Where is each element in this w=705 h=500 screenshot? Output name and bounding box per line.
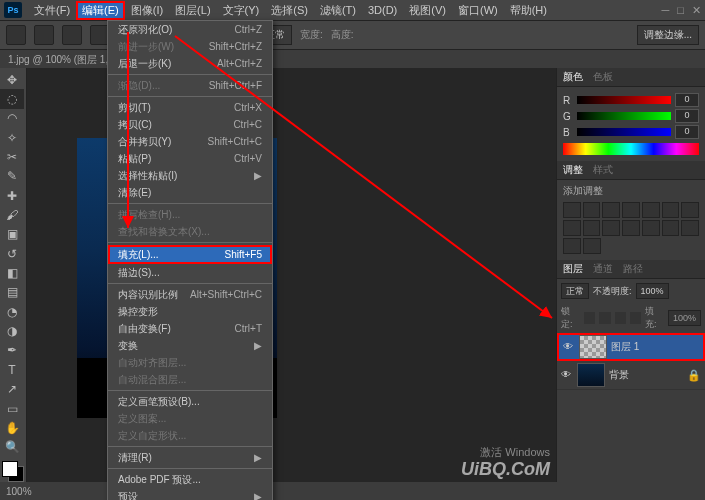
marquee-tool-icon[interactable]: ◌ [0,89,24,108]
menu-file[interactable]: 文件(F) [28,1,76,20]
maximize-icon[interactable]: □ [677,4,684,17]
menu-3d[interactable]: 3D(D) [362,2,403,18]
crop-tool-icon[interactable]: ✂ [0,147,24,166]
dodge-tool-icon[interactable]: ◑ [0,321,24,340]
zoom-tool-icon[interactable]: 🔍 [0,438,24,457]
gradient-tool-icon[interactable]: ▤ [0,283,24,302]
g-slider[interactable] [577,112,671,120]
b-value[interactable]: 0 [675,125,699,139]
type-tool-icon[interactable]: T [0,360,24,379]
adj-brightness-icon[interactable] [563,202,581,218]
menu-item[interactable]: 粘贴(P)Ctrl+V [108,150,272,167]
menu-item[interactable]: 选择性粘贴(I)▶ [108,167,272,184]
brush-tool-icon[interactable]: 🖌 [0,205,24,224]
menu-item[interactable]: 填充(L)...Shift+F5 [108,245,272,264]
adj-photo-icon[interactable] [583,220,601,236]
marquee-new-icon[interactable] [34,25,54,45]
menu-item[interactable]: Adobe PDF 预设... [108,471,272,488]
menu-filter[interactable]: 滤镜(T) [314,1,362,20]
menu-item[interactable]: 定义画笔预设(B)... [108,393,272,410]
wand-tool-icon[interactable]: ✧ [0,128,24,147]
menu-item[interactable]: 操控变形 [108,303,272,320]
history-brush-icon[interactable]: ↺ [0,244,24,263]
menu-item[interactable]: 还原羽化(O)Ctrl+Z [108,21,272,38]
minimize-icon[interactable]: ─ [662,4,670,17]
lock-pixels-icon[interactable] [599,312,610,324]
shape-tool-icon[interactable]: ▭ [0,399,24,418]
menu-item[interactable]: 预设▶ [108,488,272,500]
menu-item[interactable]: 自由变换(F)Ctrl+T [108,320,272,337]
menu-item[interactable]: 剪切(T)Ctrl+X [108,99,272,116]
pen-tool-icon[interactable]: ✒ [0,341,24,360]
menu-type[interactable]: 文字(Y) [217,1,266,20]
tab-layers[interactable]: 图层 [563,262,583,276]
menu-edit[interactable]: 编辑(E) [76,1,125,20]
adj-select-icon[interactable] [583,238,601,254]
eyedropper-tool-icon[interactable]: ✎ [0,167,24,186]
opacity-input[interactable]: 100% [636,283,669,299]
menu-layer[interactable]: 图层(L) [169,1,216,20]
menu-item[interactable]: 变换▶ [108,337,272,354]
tab-paths[interactable]: 路径 [623,262,643,276]
adj-vibrance-icon[interactable] [642,202,660,218]
adj-grad-icon[interactable] [563,238,581,254]
menu-item[interactable]: 清除(E) [108,184,272,201]
layer-name[interactable]: 图层 1 [611,340,639,354]
color-ramp[interactable] [563,143,699,155]
lasso-tool-icon[interactable]: ◠ [0,109,24,128]
menu-help[interactable]: 帮助(H) [504,1,553,20]
blend-mode-select[interactable]: 正常 [561,283,589,299]
adj-poster-icon[interactable] [662,220,680,236]
adj-balance-icon[interactable] [681,202,699,218]
adj-hue-icon[interactable] [662,202,680,218]
lock-all-icon[interactable] [630,312,641,324]
r-slider[interactable] [577,96,671,104]
adj-lookup-icon[interactable] [622,220,640,236]
menu-item[interactable]: 后退一步(K)Alt+Ctrl+Z [108,55,272,72]
layer-row-1[interactable]: 👁 图层 1 [557,333,705,361]
menu-select[interactable]: 选择(S) [265,1,314,20]
layer-name[interactable]: 背景 [609,368,629,382]
refine-edge-button[interactable]: 调整边缘... [637,25,699,45]
hand-tool-icon[interactable]: ✋ [0,418,24,437]
menu-window[interactable]: 窗口(W) [452,1,504,20]
tab-color[interactable]: 颜色 [563,70,583,84]
tab-adjustments[interactable]: 调整 [563,163,583,177]
menu-item[interactable]: 合并拷贝(Y)Shift+Ctrl+C [108,133,272,150]
tab-channels[interactable]: 通道 [593,262,613,276]
menu-image[interactable]: 图像(I) [125,1,169,20]
adj-bw-icon[interactable] [563,220,581,236]
adj-exposure-icon[interactable] [622,202,640,218]
lock-trans-icon[interactable] [584,312,595,324]
menu-item[interactable]: 清理(R)▶ [108,449,272,466]
adj-levels-icon[interactable] [583,202,601,218]
tab-swatches[interactable]: 色板 [593,70,613,84]
eraser-tool-icon[interactable]: ◧ [0,263,24,282]
eye-icon[interactable]: 👁 [561,369,573,381]
layer-row-bg[interactable]: 👁 背景 🔒 [557,361,705,390]
adj-curves-icon[interactable] [602,202,620,218]
move-tool-icon[interactable]: ✥ [0,70,24,89]
close-icon[interactable]: ✕ [692,4,701,17]
fill-input[interactable]: 100% [668,310,701,326]
menu-item[interactable]: 拷贝(C)Ctrl+C [108,116,272,133]
tool-preset-icon[interactable] [6,25,26,45]
marquee-add-icon[interactable] [62,25,82,45]
lock-pos-icon[interactable] [615,312,626,324]
menu-item[interactable]: 描边(S)... [108,264,272,281]
fg-bg-colors[interactable] [2,461,24,482]
adj-mixer-icon[interactable] [602,220,620,236]
heal-tool-icon[interactable]: ✚ [0,186,24,205]
stamp-tool-icon[interactable]: ▣ [0,225,24,244]
zoom-level[interactable]: 100% [6,486,32,497]
eye-icon[interactable]: 👁 [563,341,575,353]
menu-view[interactable]: 视图(V) [403,1,452,20]
tab-styles[interactable]: 样式 [593,163,613,177]
blur-tool-icon[interactable]: ◔ [0,302,24,321]
b-slider[interactable] [577,128,671,136]
r-value[interactable]: 0 [675,93,699,107]
g-value[interactable]: 0 [675,109,699,123]
adj-invert-icon[interactable] [642,220,660,236]
adj-thresh-icon[interactable] [681,220,699,236]
path-tool-icon[interactable]: ↗ [0,380,24,399]
